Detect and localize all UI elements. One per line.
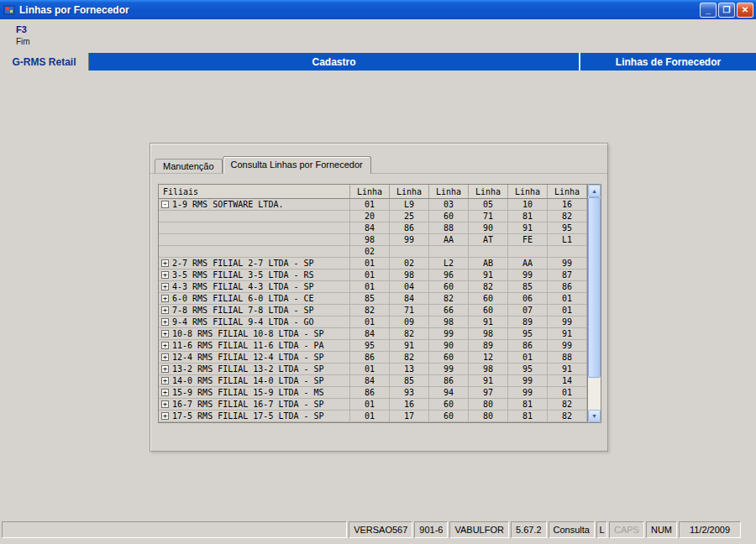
linha-cell[interactable]: 01 — [350, 258, 390, 269]
linha-cell[interactable]: 16 — [390, 399, 429, 411]
linha-cell[interactable]: 82 — [390, 328, 429, 340]
linha-cell[interactable]: 99 — [390, 234, 429, 246]
table-row[interactable]: + 9-4 RMS FILIAL 9-4 LTDA - GO 010998918… — [159, 316, 587, 328]
linha-cell[interactable] — [508, 246, 548, 258]
table-row[interactable]: + 7-8 RMS FILIAL 7-8 LTDA - SP 827166600… — [159, 305, 587, 316]
linha-cell[interactable]: 86 — [548, 281, 587, 293]
tab-consulta-linhas-por-fornecedor[interactable]: Consulta Linhas por Fornecedor — [223, 156, 371, 174]
linha-cell[interactable]: 01 — [350, 269, 390, 281]
scrollbar-track[interactable] — [588, 197, 601, 410]
linha-cell[interactable]: 82 — [548, 399, 587, 411]
table-row[interactable]: + 12-4 RMS FILIAL 12-4 LTDA - SP 8682601… — [159, 352, 587, 364]
linha-cell[interactable]: 82 — [469, 281, 508, 293]
table-row[interactable]: + 14-0 RMS FILIAL 14-0 LTDA - SP 8485869… — [159, 375, 587, 387]
linha-cell[interactable]: 85 — [390, 375, 429, 387]
linha-cell[interactable]: 82 — [390, 352, 429, 364]
linha-cell[interactable]: 86 — [508, 340, 548, 352]
scroll-up-button[interactable]: ▲ — [588, 185, 601, 197]
expand-icon[interactable]: + — [161, 412, 169, 420]
linha-cell[interactable]: 99 — [548, 340, 587, 352]
linha-cell[interactable]: 88 — [429, 222, 469, 234]
linha-cell[interactable]: 82 — [548, 211, 587, 222]
linha-cell[interactable]: AB — [469, 258, 508, 269]
linha-cell[interactable]: 10 — [508, 199, 548, 211]
linha-cell[interactable]: 91 — [469, 269, 508, 281]
linha-cell[interactable]: 90 — [429, 340, 469, 352]
expand-icon[interactable]: + — [161, 295, 169, 302]
linha-cell[interactable]: 89 — [469, 340, 508, 352]
scroll-down-button[interactable]: ▼ — [588, 410, 601, 422]
linha-cell[interactable]: 99 — [548, 316, 587, 328]
tab-manutencao[interactable]: Manutenção — [155, 159, 223, 173]
linha-cell[interactable]: 02 — [350, 246, 390, 258]
linha-cell[interactable]: 84 — [350, 328, 390, 340]
linha-cell[interactable]: L2 — [429, 258, 469, 269]
menu-item-cadastro[interactable]: Cadastro — [89, 53, 579, 71]
table-row[interactable]: + 6-0 RMS FILIAL 6-0 LTDA - CE 858482600… — [159, 293, 587, 305]
expand-icon[interactable]: + — [161, 259, 169, 267]
expand-icon[interactable]: + — [161, 377, 169, 384]
filial-cell[interactable]: + 9-4 RMS FILIAL 9-4 LTDA - GO — [159, 316, 350, 328]
filial-cell[interactable]: + 10-8 RMS FILIAL 10-8 LTDA - SP — [159, 328, 350, 340]
table-row[interactable]: + 13-2 RMS FILIAL 13-2 LTDA - SP 0113999… — [159, 364, 587, 375]
linha-cell[interactable]: 99 — [548, 258, 587, 269]
table-row[interactable]: + 16-7 RMS FILIAL 16-7 LTDA - SP 0116608… — [159, 399, 587, 411]
linha-cell[interactable]: 02 — [390, 258, 429, 269]
linha-cell[interactable]: 60 — [429, 411, 469, 422]
filial-cell[interactable] — [159, 211, 350, 222]
linha-cell[interactable]: 81 — [508, 211, 548, 222]
table-row[interactable]: + 17-5 RMS FILIAL 17-5 LTDA - SP 0117608… — [159, 411, 587, 422]
linha-cell[interactable]: 84 — [350, 222, 390, 234]
linha-cell[interactable]: 99 — [508, 387, 548, 399]
linha-cell[interactable]: L1 — [548, 234, 587, 246]
linha-cell[interactable]: 60 — [429, 399, 469, 411]
linha-cell[interactable]: 14 — [548, 375, 587, 387]
linha-cell[interactable]: 98 — [390, 269, 429, 281]
linha-cell[interactable]: 05 — [469, 199, 508, 211]
expand-icon[interactable]: + — [161, 306, 169, 314]
close-button[interactable]: ✕ — [737, 3, 753, 18]
menu-item-linhas-de-fornecedor[interactable]: Linhas de Fornecedor — [579, 53, 756, 71]
linha-cell[interactable]: 04 — [390, 281, 429, 293]
restore-button[interactable]: ❐ — [718, 3, 735, 18]
filial-cell[interactable]: + 16-7 RMS FILIAL 16-7 LTDA - SP — [159, 399, 350, 411]
linha-cell[interactable]: 07 — [508, 305, 548, 316]
linha-cell[interactable]: 95 — [508, 364, 548, 375]
linha-cell[interactable]: 13 — [390, 364, 429, 375]
linha-cell[interactable]: 91 — [548, 364, 587, 375]
linha-cell[interactable]: 01 — [350, 199, 390, 211]
expand-icon[interactable]: + — [161, 283, 169, 290]
expand-icon[interactable]: + — [161, 365, 169, 373]
linha-cell[interactable]: 86 — [350, 387, 390, 399]
collapse-icon[interactable]: - — [161, 201, 169, 208]
linha-cell[interactable]: 71 — [390, 305, 429, 316]
filial-cell[interactable]: + 6-0 RMS FILIAL 6-0 LTDA - CE — [159, 293, 350, 305]
linha-cell[interactable]: 06 — [508, 293, 548, 305]
linha-cell[interactable]: 89 — [508, 316, 548, 328]
menu-item-grms-retail[interactable]: G-RMS Retail — [0, 53, 89, 71]
linha-cell[interactable]: 91 — [548, 328, 587, 340]
expand-icon[interactable]: + — [161, 389, 169, 396]
linha-cell[interactable]: 98 — [469, 364, 508, 375]
expand-icon[interactable]: + — [161, 342, 169, 349]
table-row[interactable]: + 3-5 RMS FILIAL 3-5 LTDA - RS 019896919… — [159, 269, 587, 281]
vertical-scrollbar[interactable]: ▲ ▼ — [587, 184, 601, 423]
filial-cell[interactable]: + 13-2 RMS FILIAL 13-2 LTDA - SP — [159, 364, 350, 375]
linha-cell[interactable]: 91 — [469, 316, 508, 328]
table-row[interactable]: + 15-9 RMS FILIAL 15-9 LTDA - MS 8693949… — [159, 387, 587, 399]
linha-cell[interactable]: 01 — [548, 387, 587, 399]
linha-cell[interactable]: 86 — [390, 222, 429, 234]
linha-cell[interactable]: 84 — [390, 293, 429, 305]
filial-cell[interactable]: + 17-5 RMS FILIAL 17-5 LTDA - SP — [159, 411, 350, 422]
linha-cell[interactable]: 99 — [508, 269, 548, 281]
linha-cell[interactable] — [469, 246, 508, 258]
linha-cell[interactable]: 60 — [429, 352, 469, 364]
linha-cell[interactable]: 12 — [469, 352, 508, 364]
linha-cell[interactable]: 01 — [548, 293, 587, 305]
filial-cell[interactable] — [159, 234, 350, 246]
linha-cell[interactable]: 71 — [469, 211, 508, 222]
linha-cell[interactable]: 60 — [429, 281, 469, 293]
linha-cell[interactable]: L9 — [390, 199, 429, 211]
linha-cell[interactable]: 94 — [429, 387, 469, 399]
linha-cell[interactable]: 03 — [429, 199, 469, 211]
